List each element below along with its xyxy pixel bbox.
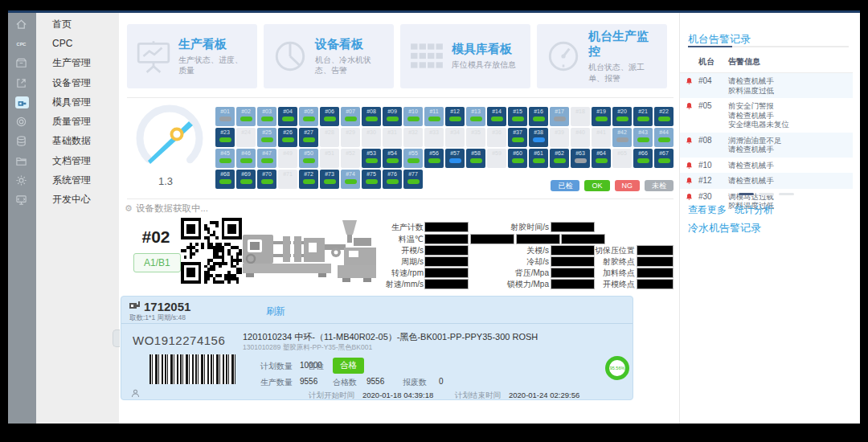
- machine-tile-21[interactable]: #21: [633, 107, 653, 126]
- machine-tile-39[interactable]: #39: [550, 128, 569, 147]
- quality-icon[interactable]: [8, 112, 36, 131]
- machine-tile-34[interactable]: #34: [445, 128, 465, 147]
- machine-tile-56[interactable]: #56: [424, 149, 444, 168]
- machine-tile-26[interactable]: #26: [278, 128, 297, 147]
- machine-tile-30[interactable]: #30: [362, 128, 381, 147]
- machine-tile-02[interactable]: #02: [236, 107, 256, 126]
- machine-tile-55[interactable]: #55: [403, 149, 423, 168]
- dev-icon[interactable]: [8, 190, 36, 210]
- data-icon[interactable]: [8, 132, 36, 151]
- sidebar-item-quality[interactable]: 质量管理: [36, 112, 119, 131]
- machine-tile-28[interactable]: #28: [320, 128, 339, 147]
- machine-tile-33[interactable]: #33: [424, 128, 444, 147]
- legend-NG[interactable]: NG: [615, 180, 641, 191]
- mold-icon[interactable]: [8, 92, 36, 112]
- home-icon[interactable]: [8, 14, 36, 34]
- machine-tile-35[interactable]: #35: [466, 128, 485, 147]
- machine-tile-45[interactable]: #45: [215, 149, 235, 168]
- stats-analysis-link[interactable]: 统计分析: [735, 203, 773, 217]
- card-grid[interactable]: 模具库看板库位模具存放信息: [400, 24, 530, 88]
- machine-tile-14[interactable]: #14: [487, 107, 506, 126]
- machine-tile-20[interactable]: #20: [612, 107, 632, 126]
- machine-tile-62[interactable]: #62: [550, 149, 569, 168]
- machine-tile-40[interactable]: #40: [571, 128, 590, 147]
- machine-tile-59[interactable]: #59: [487, 149, 506, 168]
- machine-tile-27[interactable]: #27: [299, 128, 318, 147]
- card-gauge[interactable]: 机台生产监控机台状态、派工单、报警: [537, 24, 667, 88]
- sidebar-item-mold[interactable]: 模具管理: [36, 92, 119, 112]
- sidebar-item-cpc[interactable]: CPC: [36, 34, 119, 53]
- machine-tile-24[interactable]: #24: [236, 128, 256, 147]
- legend-OK[interactable]: OK: [584, 180, 609, 191]
- machine-tile-42[interactable]: #42: [612, 128, 632, 147]
- legend-未检[interactable]: 未检: [645, 180, 674, 191]
- machine-tile-52[interactable]: #52: [341, 149, 360, 168]
- machine-tile-43[interactable]: #43: [633, 128, 653, 147]
- view-more-link[interactable]: 查看更多: [688, 203, 727, 217]
- sidebar-item-docs[interactable]: 文档管理: [36, 151, 119, 170]
- machine-tile-04[interactable]: #04: [278, 107, 297, 126]
- machine-tile-58[interactable]: #58: [466, 149, 485, 168]
- system-icon[interactable]: [8, 170, 36, 190]
- machine-tile-25[interactable]: #25: [257, 128, 276, 147]
- machine-alarm-title[interactable]: 机台告警记录: [688, 32, 751, 47]
- machine-tile-31[interactable]: #31: [383, 128, 402, 147]
- machine-tile-15[interactable]: #15: [508, 107, 527, 126]
- machine-tile-61[interactable]: #61: [529, 149, 548, 168]
- machine-tile-23[interactable]: #23: [215, 128, 235, 147]
- machine-tile-53[interactable]: #53: [362, 149, 381, 168]
- machine-tile-11[interactable]: #11: [424, 107, 444, 126]
- sidebar-item-production[interactable]: 生产管理: [36, 54, 119, 73]
- machine-tile-22[interactable]: #22: [654, 107, 674, 126]
- machine-tile-46[interactable]: #46: [236, 149, 256, 168]
- machine-tile-06[interactable]: #06: [320, 107, 339, 126]
- refresh-button[interactable]: 刷新: [266, 305, 285, 318]
- machine-tile-66[interactable]: #66: [633, 149, 653, 168]
- machine-tile-67[interactable]: #67: [654, 149, 674, 168]
- machine-tile-08[interactable]: #08: [362, 107, 381, 126]
- pagination-dot-1[interactable]: [739, 193, 754, 195]
- docs-icon[interactable]: [8, 151, 36, 170]
- machine-tile-50[interactable]: #50: [299, 149, 318, 168]
- cpc-icon[interactable]: CPC: [8, 34, 36, 53]
- machine-tile-18[interactable]: #18: [571, 107, 590, 126]
- machine-tile-49[interactable]: #49: [278, 149, 297, 168]
- machine-tile-47[interactable]: #47: [257, 149, 276, 168]
- machine-tile-57[interactable]: #57: [445, 149, 465, 168]
- pagination-dot-3[interactable]: [779, 193, 794, 195]
- machine-tile-64[interactable]: #64: [592, 149, 611, 168]
- machine-tile-54[interactable]: #54: [383, 149, 402, 168]
- production-icon[interactable]: [8, 54, 36, 73]
- machine-tile-13[interactable]: #13: [466, 107, 485, 126]
- chiller-alarm-title[interactable]: 冷水机告警记录: [688, 221, 761, 235]
- machine-tile-60[interactable]: #60: [508, 149, 527, 168]
- sidebar-item-home[interactable]: 首页: [36, 14, 119, 34]
- machine-tile-38[interactable]: #38: [529, 128, 548, 147]
- machine-tile-12[interactable]: #12: [445, 107, 465, 126]
- sidebar-item-dev[interactable]: 开发中心: [36, 190, 119, 210]
- sidebar-item-system[interactable]: 系统管理: [36, 170, 119, 190]
- machine-tile-16[interactable]: #16: [529, 107, 548, 126]
- machine-tile-01[interactable]: #01: [215, 107, 235, 126]
- machine-tile-03[interactable]: #03: [257, 107, 276, 126]
- card-pie[interactable]: 设备看板机台、冷水机状态、告警: [264, 24, 394, 88]
- machine-tile-05[interactable]: #05: [299, 107, 318, 126]
- machine-tile-32[interactable]: #32: [403, 128, 423, 147]
- machine-tile-65[interactable]: #65: [612, 149, 632, 168]
- pagination-dot-2[interactable]: [759, 193, 774, 195]
- legend-已检[interactable]: 已检: [551, 180, 579, 191]
- sidebar-item-data[interactable]: 基础数据: [36, 132, 119, 151]
- machine-tile-17[interactable]: #17: [550, 107, 569, 126]
- machine-tile-41[interactable]: #41: [592, 128, 611, 147]
- equipment-icon[interactable]: [8, 73, 36, 92]
- machine-tile-37[interactable]: #37: [508, 128, 527, 147]
- machine-tile-29[interactable]: #29: [341, 128, 360, 147]
- machine-tile-63[interactable]: #63: [571, 149, 590, 168]
- machine-tile-51[interactable]: #51: [320, 149, 339, 168]
- sidebar-collapse-handle[interactable]: [113, 329, 120, 347]
- machine-tile-19[interactable]: #19: [592, 107, 611, 126]
- machine-tile-07[interactable]: #07: [341, 107, 360, 126]
- machine-tile-36[interactable]: #36: [487, 128, 506, 147]
- machine-tile-09[interactable]: #09: [383, 107, 402, 126]
- machine-tile-44[interactable]: #44: [654, 128, 674, 147]
